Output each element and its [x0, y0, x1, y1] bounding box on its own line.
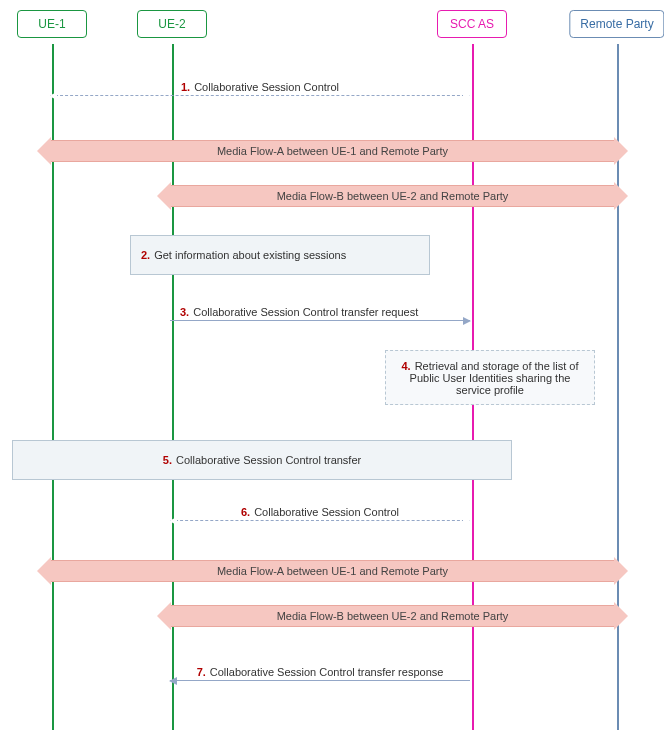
msg-step7: 7.Collaborative Session Control transfer… [170, 680, 470, 681]
box-step5: 5. Collaborative Session Control transfe… [12, 440, 512, 480]
actor-scc: SCC AS [437, 10, 507, 38]
media-flow-a-1: Media Flow-A between UE-1 and Remote Par… [50, 140, 615, 162]
box-step2: 2. Get information about existing sessio… [130, 235, 430, 275]
media-flow-b-1: Media Flow-B between UE-2 and Remote Par… [170, 185, 615, 207]
box-step4: 4.Retrieval and storage of the list of P… [385, 350, 595, 405]
actor-ue1: UE-1 [17, 10, 87, 38]
msg-step1: 1.Collaborative Session Control [50, 95, 470, 96]
actor-remote: Remote Party [569, 10, 664, 38]
media-flow-a-2: Media Flow-A between UE-1 and Remote Par… [50, 560, 615, 582]
msg-step3: 3.Collaborative Session Control transfer… [170, 320, 470, 321]
lifeline-ue1: UE-1 [50, 10, 54, 730]
msg-step6: 6.Collaborative Session Control [170, 520, 470, 521]
actor-ue2: UE-2 [137, 10, 207, 38]
media-flow-b-2: Media Flow-B between UE-2 and Remote Par… [170, 605, 615, 627]
